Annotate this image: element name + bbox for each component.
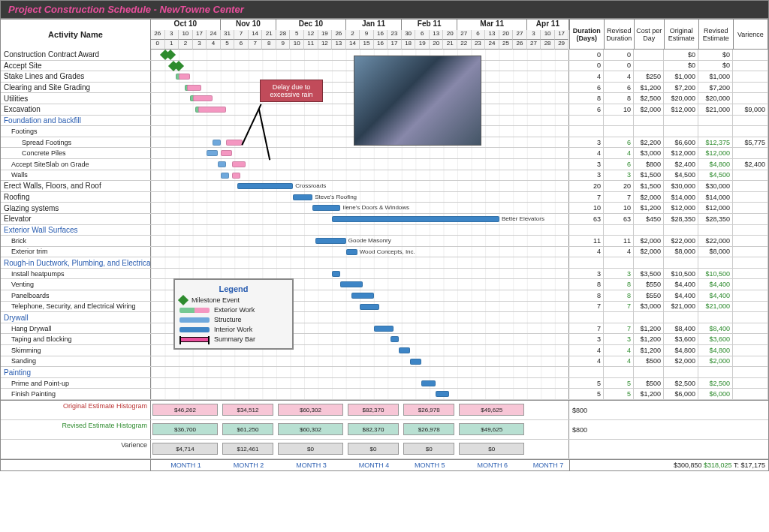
gantt-bar[interactable] — [179, 74, 190, 80]
gantt-bar[interactable] — [436, 391, 450, 397]
gantt-cell — [151, 312, 569, 323]
histogram-bar: $34,512 — [222, 404, 273, 416]
gantt-bar[interactable]: Ilene's Doors & Windows — [312, 205, 340, 211]
gantt-cell — [151, 323, 569, 334]
gantt-bar[interactable]: Goode Masonry — [315, 238, 346, 244]
gantt-cell — [151, 83, 569, 93]
week-index: 23 — [472, 40, 486, 50]
gantt-bar[interactable] — [207, 150, 218, 156]
gantt-bar[interactable] — [232, 161, 246, 167]
task-row: Footings — [1, 126, 768, 137]
week-index: 11 — [304, 40, 318, 50]
gantt-bar[interactable]: Steve's Roofing — [293, 194, 312, 200]
task-row: Drywall — [1, 312, 768, 323]
gantt-cell — [151, 126, 569, 137]
data-cells: 77$1,200$8,400$8,400 — [569, 323, 768, 334]
task-name: Excavation — [1, 104, 151, 115]
gantt-cell — [151, 269, 569, 279]
gantt-cell — [151, 170, 569, 181]
histogram-bar: $36,700 — [152, 423, 218, 435]
task-name: Stake Lines and Grades — [1, 71, 151, 82]
gantt-bar[interactable] — [226, 140, 243, 146]
total-rev: $318,025 — [704, 461, 732, 469]
week-index: 14 — [346, 40, 360, 50]
week-index: 15 — [360, 40, 374, 50]
week-index: 28 — [541, 40, 555, 50]
task-row: Venting88$550$4,400$4,400 — [1, 279, 768, 290]
gantt-cell — [151, 50, 569, 60]
hdr-original-estimate: Original Estimate — [665, 20, 699, 50]
gantt-bar[interactable] — [187, 85, 201, 91]
task-row: Rough-in Ductwork, Plumbing, and Electri… — [1, 257, 768, 269]
data-cells — [569, 257, 768, 268]
week-date: 7 — [234, 30, 249, 40]
gantt-bar[interactable]: Wood Concepts, Inc. — [346, 249, 357, 255]
gantt-cell — [151, 116, 569, 126]
task-row: Painting — [1, 367, 768, 378]
week-index: 7 — [249, 40, 263, 50]
hdr-duration: Duration (Days) — [570, 20, 605, 50]
histogram-bar: $46,262 — [152, 404, 218, 416]
task-row: Taping and Blocking33$1,200$3,600$3,600 — [1, 334, 768, 345]
task-row: Exterior trimWood Concepts, Inc.44$2,000… — [1, 247, 768, 258]
week-date: 24 — [207, 30, 221, 40]
gantt-bar[interactable] — [332, 271, 340, 277]
task-name: Taping and Blocking — [1, 334, 151, 344]
gantt-bar[interactable] — [193, 95, 213, 101]
total-var: T: $17,175 — [734, 461, 765, 469]
week-date: 10 — [541, 30, 555, 40]
gantt-bar[interactable] — [421, 380, 436, 386]
task-name: Footings — [1, 126, 151, 137]
gantt-bar[interactable] — [410, 359, 421, 365]
gantt-bar[interactable] — [391, 336, 399, 342]
task-row: RoofingSteve's Roofing77$2,000$14,000$14… — [1, 192, 768, 203]
data-cells: 00$0$0 — [569, 61, 768, 71]
task-row: Skimming44$1,200$4,800$4,800 — [1, 345, 768, 356]
gantt-bar[interactable] — [340, 281, 363, 287]
gantt-bar[interactable] — [213, 140, 221, 146]
gantt-rows: Construction Contract Award00$0$0Accept … — [1, 50, 768, 400]
task-row: Telephone, Security, and Electrical Wiri… — [1, 302, 768, 313]
week-date: 17 — [193, 30, 207, 40]
month-label: Apr 11 — [527, 20, 569, 30]
week-date: 20 — [499, 30, 514, 40]
bar-vendor-label: Crossroads — [295, 182, 326, 189]
gantt-bar[interactable] — [374, 326, 394, 332]
week-date: 3 — [527, 30, 541, 40]
data-cells: 55$1,200$6,000$6,000 — [569, 389, 768, 399]
data-cells: 77$2,000$14,000$14,000 — [569, 192, 768, 203]
gantt-bar[interactable] — [399, 347, 410, 353]
gantt-cell — [151, 367, 569, 377]
task-name: Roofing — [1, 192, 151, 203]
gantt-cell — [151, 257, 569, 268]
month-label: Jan 11 — [346, 20, 402, 30]
gantt-cell: Better Elevators — [151, 214, 569, 224]
gantt-cell: Steve's Roofing — [151, 192, 569, 203]
gantt-bar[interactable]: Better Elevators — [332, 216, 499, 222]
gantt-bar[interactable] — [221, 150, 232, 156]
data-cells: 610$2,000$12,000$21,000$9,000 — [569, 104, 768, 115]
gantt-bar[interactable] — [351, 293, 374, 299]
gantt-bar[interactable] — [221, 173, 229, 179]
task-name: Walls — [1, 170, 151, 181]
task-name: Hang Drywall — [1, 323, 151, 334]
window-title: Project Construction Schedule - NewTowne… — [0, 0, 769, 19]
task-name: Rough-in Ductwork, Plumbing, and Electri… — [1, 257, 151, 268]
gantt-bar[interactable]: Crossroads — [237, 183, 293, 189]
gantt-bar[interactable] — [218, 161, 226, 167]
week-index: 8 — [262, 40, 276, 50]
histogram-bar: $82,370 — [348, 423, 399, 435]
task-name: Prime and Point-up — [1, 378, 151, 389]
week-date: 31 — [221, 30, 235, 40]
gantt-bar[interactable] — [232, 173, 240, 179]
bar-vendor-label: Better Elevators — [502, 215, 544, 222]
histogram-bar: $0 — [403, 443, 454, 455]
histogram-bar: $4,714 — [152, 443, 218, 455]
footer-month-labels: MONTH 1MONTH 2MONTH 3MONTH 4MONTH 5MONTH… — [1, 459, 768, 470]
week-index: 19 — [415, 40, 430, 50]
task-name: Utilities — [1, 93, 151, 104]
gantt-cell — [151, 389, 569, 399]
gantt-bar[interactable] — [360, 304, 379, 310]
gantt-bar[interactable] — [198, 107, 226, 113]
month-label: Nov 10 — [221, 20, 276, 30]
